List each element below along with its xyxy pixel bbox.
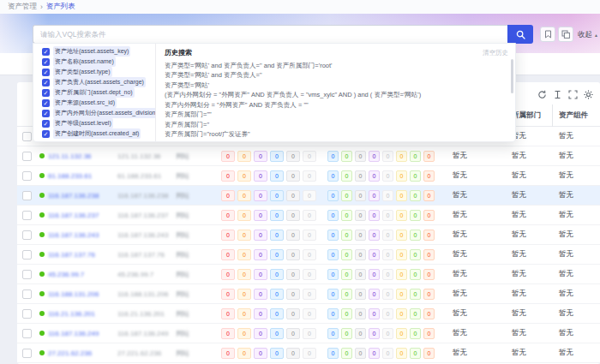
asset-address-link[interactable]: 116.187.136.243 <box>48 231 99 239</box>
empty-value: 暂无 <box>453 230 467 240</box>
dropdown-scrollbar[interactable] <box>511 59 513 93</box>
density-icon[interactable] <box>553 90 562 99</box>
table-row[interactable]: 121.11.132.36 121.11.132.36 网站 000000 00… <box>17 146 600 166</box>
component-count-badge: 0 <box>369 210 380 221</box>
department-value: 暂无 <box>512 230 526 240</box>
component-count-badge: 0 <box>327 348 339 359</box>
checked-checkbox-icon[interactable]: ✓ <box>42 89 50 97</box>
field-option[interactable]: ✓ 资产内外网划分(asset.assets_division) <box>33 108 155 118</box>
asset-address-link[interactable]: 116.187.136.237 <box>48 212 99 219</box>
table-row[interactable]: 116.187.136.238 116.187.136.238 网站 00000… <box>17 186 600 206</box>
row-checkbox[interactable] <box>22 289 32 299</box>
component-count-badge: 0 <box>327 249 339 260</box>
checked-checkbox-icon[interactable]: ✓ <box>42 69 50 76</box>
table-row[interactable]: 116.188.131.206 116.188.131.206 网站 00000… <box>17 284 600 304</box>
status-dot <box>39 272 45 277</box>
component-count-badges: 00000000 <box>323 186 446 206</box>
severity-count-badge: 0 <box>270 269 284 280</box>
field-option[interactable]: ✓ 资产所属部门(asset.dept_no) <box>33 87 155 98</box>
history-item[interactable]: 资产内外网划分 = "外网资产" AND 资产负责人 = "" <box>165 101 505 110</box>
asset-address-link[interactable]: 61.188.233.61 <box>48 172 92 180</box>
history-item[interactable]: 资产所属部门=" <box>165 121 505 129</box>
field-option[interactable]: ✓ 资产等级(asset.level) <box>33 118 155 128</box>
field-option[interactable]: ✓ 资产负责人(asset.assets_charge) <box>33 77 155 87</box>
history-item[interactable]: 资产所属部门="" <box>165 110 505 119</box>
severity-count-badge: 0 <box>286 269 300 280</box>
component-count-badge: 0 <box>355 308 366 319</box>
breadcrumb-parent[interactable]: 资产管理 <box>8 2 37 12</box>
fullscreen-icon[interactable] <box>568 90 578 99</box>
row-checkbox[interactable] <box>22 270 32 279</box>
component-count-badge: 0 <box>355 249 366 260</box>
empty-value: 暂无 <box>453 190 467 200</box>
component-count-badges: 00000000 <box>323 324 446 343</box>
table-row[interactable]: 116.187.136.249 116.187.136.249 网站 00000… <box>17 324 600 343</box>
severity-count-badge: 0 <box>270 230 284 241</box>
checked-checkbox-icon[interactable]: ✓ <box>42 99 50 107</box>
asset-address-link[interactable]: 116.187.137.76 <box>48 251 95 259</box>
table-row[interactable]: 116.187.137.76 116.187.137.76 网站 000000 … <box>17 245 600 265</box>
row-checkbox[interactable] <box>22 349 32 358</box>
field-option[interactable]: ✓ 资产来源(asset.src_id) <box>33 98 155 108</box>
refresh-icon[interactable] <box>537 90 547 99</box>
asset-address-link[interactable]: 116.187.136.249 <box>48 330 99 337</box>
row-checkbox[interactable] <box>22 211 32 220</box>
field-option-label: 资产内外网划分(asset.assets_division) <box>53 108 155 118</box>
table-row[interactable]: 45.236.99.7 45.236.99.7 网站 000000 000000… <box>17 265 600 284</box>
field-option[interactable]: ✓ 资产类型(asset.type) <box>33 67 155 77</box>
checked-checkbox-icon[interactable]: ✓ <box>42 79 50 87</box>
row-checkbox[interactable] <box>22 191 32 200</box>
history-item[interactable]: 资产类型='网站' and 资产负责人='' and 资产所属部门='root' <box>165 62 505 70</box>
table-row[interactable]: 27.221.62.236 27.221.62.236 网站 000000 00… <box>17 343 600 363</box>
checked-checkbox-icon[interactable]: ✓ <box>42 48 50 56</box>
field-option[interactable]: ✓ 资产创建时间(asset.created_at) <box>33 128 155 139</box>
asset-address-link[interactable]: 45.236.99.7 <box>48 271 84 278</box>
row-checkbox[interactable] <box>22 329 32 338</box>
vql-search-input[interactable] <box>33 25 507 44</box>
clear-history-link[interactable]: 清空历史 <box>483 49 508 57</box>
breadcrumb-separator: › <box>40 3 43 11</box>
collapse-toggle[interactable]: 收起 ▲ <box>578 30 598 40</box>
row-checkbox[interactable] <box>22 309 32 319</box>
settings-icon[interactable] <box>584 90 593 99</box>
asset-address-link[interactable]: 116.187.136.238 <box>48 192 99 200</box>
copy-search-button[interactable] <box>558 27 573 42</box>
component-value: 暂无 <box>559 190 573 200</box>
checked-checkbox-icon[interactable]: ✓ <box>42 120 50 128</box>
asset-address-link[interactable]: 116.21.136.201 <box>48 310 95 318</box>
component-count-badge: 0 <box>327 151 339 162</box>
row-checkbox[interactable] <box>22 230 32 240</box>
history-item[interactable]: (资产内外网划分 = "外网资产" AND 资产负责人 = "vms_xylc"… <box>165 91 505 99</box>
row-checkbox[interactable] <box>22 132 32 141</box>
table-row[interactable]: 116.187.136.237 116.187.136.237 网站 00000… <box>17 206 600 225</box>
checked-checkbox-icon[interactable]: ✓ <box>42 130 50 138</box>
history-item[interactable]: 资产类型='网站' and 资产负责人='' <box>165 71 505 80</box>
table-row[interactable]: 116.21.136.201 116.21.136.201 网站 000000 … <box>17 304 600 324</box>
asset-address-link[interactable]: 121.11.132.36 <box>48 152 92 160</box>
field-option[interactable]: ✓ 资产名称(asset.name) <box>33 57 155 67</box>
asset-type-text: 网站 <box>176 309 189 319</box>
component-count-badge: 0 <box>341 269 352 280</box>
header-asset-component[interactable]: 资产组件 <box>553 104 600 127</box>
row-checkbox[interactable] <box>22 171 32 181</box>
component-count-badge: 0 <box>410 308 421 319</box>
asset-address-link[interactable]: 116.188.131.206 <box>48 290 99 298</box>
vuln-count-badges: 000000 <box>214 304 323 324</box>
bookmark-search-button[interactable] <box>540 27 555 42</box>
history-item[interactable]: 资产类型='网站' <box>165 81 505 90</box>
row-checkbox[interactable] <box>22 250 32 260</box>
search-button[interactable] <box>507 25 533 44</box>
status-dot <box>39 212 45 218</box>
row-checkbox[interactable] <box>22 152 32 161</box>
asset-type-text: 网站 <box>176 230 189 240</box>
copy-icon <box>561 30 570 39</box>
field-option[interactable]: ✓ 资产地址(asset.assets_key) <box>33 46 155 57</box>
severity-count-badge: 0 <box>303 328 316 339</box>
table-row[interactable]: 116.187.136.243 116.187.136.243 网站 00000… <box>17 225 600 245</box>
table-row[interactable]: 61.188.233.61 61.188.233.61 网站 000000 00… <box>17 166 600 186</box>
checked-checkbox-icon[interactable]: ✓ <box>42 58 50 66</box>
history-item[interactable]: 资产所属部门="root/广发证券" <box>165 130 505 139</box>
component-count-badge: 0 <box>396 210 407 221</box>
checked-checkbox-icon[interactable]: ✓ <box>42 110 50 117</box>
asset-address-link[interactable]: 27.221.62.236 <box>48 349 92 357</box>
